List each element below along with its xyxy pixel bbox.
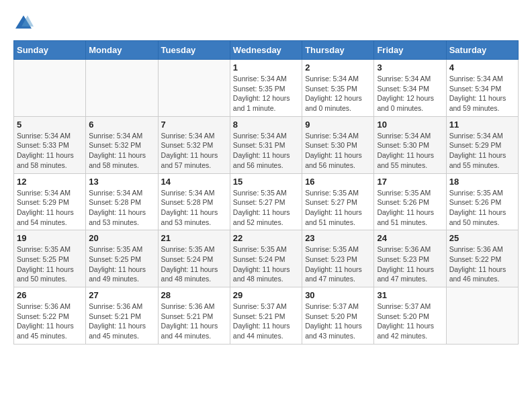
- day-info: Sunrise: 5:34 AMSunset: 5:33 PMDaylight:…: [17, 131, 83, 171]
- day-info: Sunrise: 5:35 AMSunset: 5:27 PMDaylight:…: [305, 188, 371, 228]
- day-info: Sunrise: 5:34 AMSunset: 5:28 PMDaylight:…: [161, 188, 227, 228]
- calendar-header-monday: Monday: [86, 41, 158, 60]
- calendar-day-14: 14Sunrise: 5:34 AMSunset: 5:28 PMDayligh…: [158, 173, 230, 230]
- calendar-week-3: 12Sunrise: 5:34 AMSunset: 5:29 PMDayligh…: [14, 173, 519, 230]
- calendar-week-2: 5Sunrise: 5:34 AMSunset: 5:33 PMDaylight…: [14, 116, 519, 173]
- day-info: Sunrise: 5:34 AMSunset: 5:28 PMDaylight:…: [89, 188, 154, 228]
- day-number: 16: [305, 177, 371, 187]
- calendar-week-1: 1Sunrise: 5:34 AMSunset: 5:35 PMDaylight…: [14, 60, 519, 117]
- page-header: [13, 13, 519, 34]
- calendar-day-27: 27Sunrise: 5:36 AMSunset: 5:21 PMDayligh…: [86, 287, 158, 345]
- day-info: Sunrise: 5:34 AMSunset: 5:34 PMDaylight:…: [377, 74, 443, 113]
- calendar-empty: [446, 287, 518, 345]
- day-info: Sunrise: 5:34 AMSunset: 5:34 PMDaylight:…: [449, 74, 515, 113]
- day-info: Sunrise: 5:34 AMSunset: 5:29 PMDaylight:…: [17, 188, 83, 228]
- calendar-day-23: 23Sunrise: 5:35 AMSunset: 5:23 PMDayligh…: [302, 230, 374, 287]
- day-info: Sunrise: 5:35 AMSunset: 5:23 PMDaylight:…: [305, 244, 371, 284]
- calendar-day-4: 4Sunrise: 5:34 AMSunset: 5:34 PMDaylight…: [446, 60, 518, 117]
- day-info: Sunrise: 5:34 AMSunset: 5:31 PMDaylight:…: [233, 131, 299, 171]
- day-info: Sunrise: 5:35 AMSunset: 5:24 PMDaylight:…: [161, 244, 227, 284]
- day-info: Sunrise: 5:34 AMSunset: 5:32 PMDaylight:…: [161, 131, 227, 171]
- day-info: Sunrise: 5:34 AMSunset: 5:30 PMDaylight:…: [377, 131, 443, 171]
- day-info: Sunrise: 5:34 AMSunset: 5:30 PMDaylight:…: [305, 131, 371, 171]
- calendar-day-28: 28Sunrise: 5:36 AMSunset: 5:21 PMDayligh…: [158, 287, 230, 345]
- day-info: Sunrise: 5:35 AMSunset: 5:24 PMDaylight:…: [233, 244, 299, 284]
- calendar-day-26: 26Sunrise: 5:36 AMSunset: 5:22 PMDayligh…: [14, 287, 86, 345]
- day-info: Sunrise: 5:34 AMSunset: 5:32 PMDaylight:…: [89, 131, 154, 171]
- day-number: 11: [449, 120, 515, 130]
- day-info: Sunrise: 5:34 AMSunset: 5:35 PMDaylight:…: [233, 74, 299, 113]
- day-number: 22: [233, 233, 299, 243]
- calendar-week-5: 26Sunrise: 5:36 AMSunset: 5:22 PMDayligh…: [14, 287, 519, 345]
- calendar-day-12: 12Sunrise: 5:34 AMSunset: 5:29 PMDayligh…: [14, 173, 86, 230]
- calendar-day-11: 11Sunrise: 5:34 AMSunset: 5:29 PMDayligh…: [446, 116, 518, 173]
- calendar-day-20: 20Sunrise: 5:35 AMSunset: 5:25 PMDayligh…: [86, 230, 158, 287]
- calendar-week-4: 19Sunrise: 5:35 AMSunset: 5:25 PMDayligh…: [14, 230, 519, 287]
- day-number: 28: [161, 290, 227, 300]
- day-number: 12: [17, 177, 83, 187]
- day-number: 31: [377, 290, 443, 300]
- calendar-day-17: 17Sunrise: 5:35 AMSunset: 5:26 PMDayligh…: [374, 173, 446, 230]
- day-number: 15: [233, 177, 299, 187]
- day-number: 7: [161, 120, 227, 130]
- day-number: 9: [305, 120, 371, 130]
- day-number: 13: [89, 177, 154, 187]
- day-number: 21: [161, 233, 227, 243]
- day-info: Sunrise: 5:35 AMSunset: 5:25 PMDaylight:…: [17, 244, 83, 284]
- calendar-header-thursday: Thursday: [302, 41, 374, 60]
- day-info: Sunrise: 5:35 AMSunset: 5:27 PMDaylight:…: [233, 188, 299, 228]
- calendar-day-10: 10Sunrise: 5:34 AMSunset: 5:30 PMDayligh…: [374, 116, 446, 173]
- calendar-header-row: SundayMondayTuesdayWednesdayThursdayFrid…: [14, 41, 519, 60]
- day-info: Sunrise: 5:37 AMSunset: 5:20 PMDaylight:…: [305, 302, 371, 341]
- calendar-day-5: 5Sunrise: 5:34 AMSunset: 5:33 PMDaylight…: [14, 116, 86, 173]
- day-number: 18: [449, 177, 515, 187]
- calendar-day-29: 29Sunrise: 5:37 AMSunset: 5:21 PMDayligh…: [230, 287, 302, 345]
- calendar-header-friday: Friday: [374, 41, 446, 60]
- day-number: 8: [233, 120, 299, 130]
- day-number: 6: [89, 120, 154, 130]
- calendar-header-tuesday: Tuesday: [158, 41, 230, 60]
- calendar-header-saturday: Saturday: [446, 41, 518, 60]
- calendar-day-31: 31Sunrise: 5:37 AMSunset: 5:20 PMDayligh…: [374, 287, 446, 345]
- calendar-empty: [86, 60, 158, 117]
- logo: [13, 13, 36, 34]
- calendar-day-13: 13Sunrise: 5:34 AMSunset: 5:28 PMDayligh…: [86, 173, 158, 230]
- calendar-day-18: 18Sunrise: 5:35 AMSunset: 5:26 PMDayligh…: [446, 173, 518, 230]
- day-number: 27: [89, 290, 154, 300]
- day-info: Sunrise: 5:37 AMSunset: 5:21 PMDaylight:…: [233, 302, 299, 341]
- calendar-header-sunday: Sunday: [14, 41, 86, 60]
- day-info: Sunrise: 5:34 AMSunset: 5:29 PMDaylight:…: [449, 131, 515, 171]
- day-number: 19: [17, 233, 83, 243]
- calendar-day-19: 19Sunrise: 5:35 AMSunset: 5:25 PMDayligh…: [14, 230, 86, 287]
- calendar-day-7: 7Sunrise: 5:34 AMSunset: 5:32 PMDaylight…: [158, 116, 230, 173]
- calendar-day-15: 15Sunrise: 5:35 AMSunset: 5:27 PMDayligh…: [230, 173, 302, 230]
- day-number: 26: [17, 290, 83, 300]
- day-info: Sunrise: 5:36 AMSunset: 5:23 PMDaylight:…: [377, 244, 443, 284]
- day-number: 1: [233, 62, 299, 73]
- calendar-day-1: 1Sunrise: 5:34 AMSunset: 5:35 PMDaylight…: [230, 60, 302, 117]
- day-info: Sunrise: 5:35 AMSunset: 5:26 PMDaylight:…: [377, 188, 443, 228]
- logo-icon: [13, 13, 34, 34]
- day-number: 4: [449, 62, 515, 73]
- day-info: Sunrise: 5:37 AMSunset: 5:20 PMDaylight:…: [377, 302, 443, 341]
- day-number: 17: [377, 177, 443, 187]
- calendar-day-21: 21Sunrise: 5:35 AMSunset: 5:24 PMDayligh…: [158, 230, 230, 287]
- day-info: Sunrise: 5:36 AMSunset: 5:21 PMDaylight:…: [89, 302, 154, 341]
- day-number: 3: [377, 62, 443, 73]
- calendar-day-22: 22Sunrise: 5:35 AMSunset: 5:24 PMDayligh…: [230, 230, 302, 287]
- calendar-day-8: 8Sunrise: 5:34 AMSunset: 5:31 PMDaylight…: [230, 116, 302, 173]
- day-number: 10: [377, 120, 443, 130]
- calendar-header-wednesday: Wednesday: [230, 41, 302, 60]
- day-info: Sunrise: 5:36 AMSunset: 5:22 PMDaylight:…: [17, 302, 83, 341]
- day-number: 24: [377, 233, 443, 243]
- calendar-day-2: 2Sunrise: 5:34 AMSunset: 5:35 PMDaylight…: [302, 60, 374, 117]
- calendar-empty: [14, 60, 86, 117]
- day-number: 2: [305, 62, 371, 73]
- calendar-day-24: 24Sunrise: 5:36 AMSunset: 5:23 PMDayligh…: [374, 230, 446, 287]
- day-number: 23: [305, 233, 371, 243]
- day-number: 14: [161, 177, 227, 187]
- day-number: 25: [449, 233, 515, 243]
- calendar-day-30: 30Sunrise: 5:37 AMSunset: 5:20 PMDayligh…: [302, 287, 374, 345]
- day-number: 29: [233, 290, 299, 300]
- day-number: 30: [305, 290, 371, 300]
